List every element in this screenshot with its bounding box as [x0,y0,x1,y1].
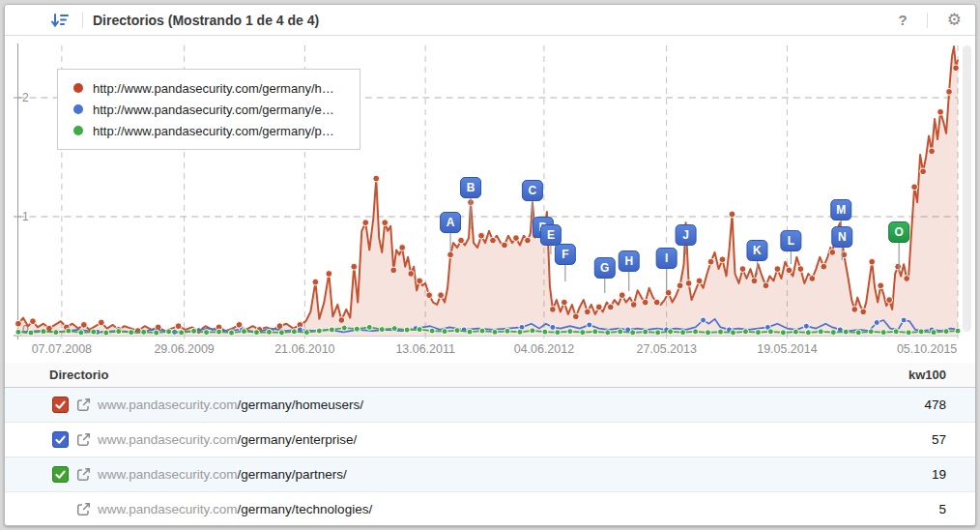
data-point [763,282,769,289]
data-point [467,329,473,335]
data-point [549,307,556,313]
data-point [767,329,773,335]
column-header-directorio[interactable]: Directorio [5,368,108,382]
data-point [513,235,520,242]
svg-text:E: E [547,228,555,242]
directory-path: /germany/enterprise/ [238,432,358,447]
event-marker-F[interactable]: F [555,245,575,282]
data-point [929,148,936,155]
directory-link[interactable]: www.pandasecurity.com/germany/partners/ [98,467,347,482]
legend-dot [73,104,83,114]
data-point [550,324,556,330]
data-point [931,330,937,336]
data-point [755,330,761,336]
data-point [685,280,692,287]
data-point [175,323,182,330]
external-link-icon[interactable] [76,432,91,447]
legend-label: http://www.pandasecurity.com/germany/h… [93,81,334,96]
event-marker-O[interactable]: O [889,222,909,273]
column-header-kw100[interactable]: kw100 [908,368,975,382]
data-point [542,329,548,335]
event-marker-I[interactable]: I [656,249,677,292]
data-point [851,307,858,313]
data-point [278,330,284,336]
data-point [630,302,637,309]
event-marker-H[interactable]: H [619,251,639,292]
help-button[interactable]: ? [889,12,917,28]
directories-panel: Directorios (Mostrando 1 de 4 de 4) ? ⚙ … [4,4,976,526]
chart-legend: http://www.pandasecurity.com/germany/h…h… [57,69,360,150]
directory-path: /germany/homeusers/ [238,398,364,412]
table-row[interactable]: www.pandasecurity.com/germany/enterprise… [5,423,975,457]
event-marker-B[interactable]: B [461,178,481,230]
directory-link[interactable]: www.pandasecurity.com/germany/homeusers/ [98,398,363,412]
sort-descending-button[interactable] [47,10,72,31]
data-point [417,327,422,333]
gear-icon[interactable]: ⚙ [937,12,964,28]
data-point [920,168,927,175]
directory-path: /germany/technologies/ [238,502,373,516]
data-point [797,266,804,273]
svg-text:F: F [562,248,568,261]
event-marker-G[interactable]: G [594,258,615,294]
y-axis-tick-label: 2 [22,91,29,104]
data-point [668,329,674,335]
external-link-icon[interactable] [76,398,91,412]
data-point [774,266,781,273]
data-point [580,330,586,336]
legend-item: http://www.pandasecurity.com/germany/h… [68,77,350,99]
data-point [893,329,899,335]
data-point [880,330,886,336]
legend-dot [73,126,83,135]
event-marker-J[interactable]: J [676,225,696,255]
data-point [426,292,433,299]
external-link-icon[interactable] [76,467,91,482]
data-point [429,328,435,334]
external-link-icon[interactable] [76,502,91,516]
row-checkbox-checked[interactable] [52,466,69,483]
data-point [567,329,573,335]
event-marker-M[interactable]: M [831,200,851,227]
legend-dot [73,83,83,93]
data-point [677,282,683,289]
data-point [886,297,893,304]
data-point [643,329,649,335]
data-point [179,330,185,336]
data-point [525,237,532,244]
table-row[interactable]: www.pandasecurity.com/germany/partners/ … [5,457,975,492]
svg-text:I: I [665,251,668,265]
data-point [216,329,222,335]
checkbox-cell [52,397,69,413]
table-row[interactable]: www.pandasecurity.com/germany/technologi… [5,492,975,526]
data-point [587,322,592,328]
data-point [80,322,87,329]
table-body: www.pandasecurity.com/germany/homeusers/… [5,388,975,526]
data-point [504,328,510,334]
data-point [78,330,84,336]
data-point [329,327,334,333]
panel-header: Directorios (Mostrando 1 de 4 de 4) ? ⚙ [5,5,975,36]
row-checkbox-checked[interactable] [52,431,69,448]
chart-scrollbar[interactable] [963,45,971,332]
checkbox-cell [52,466,69,483]
table-row[interactable]: www.pandasecurity.com/germany/homeusers/… [5,388,975,423]
data-point [780,330,786,336]
data-point [103,330,109,336]
data-point [66,328,72,334]
data-point [584,309,591,315]
data-point [53,330,59,336]
data-point [338,317,345,324]
legend-item: http://www.pandasecurity.com/germany/p… [68,120,350,141]
x-axis-tick-label: 04.06.2012 [514,342,574,356]
directory-link[interactable]: www.pandasecurity.com/germany/technologi… [98,502,372,516]
data-point [91,329,97,335]
directory-domain: www.pandasecurity.com [98,432,238,447]
data-point [946,89,953,96]
svg-text:K: K [753,244,762,257]
data-point [502,242,508,249]
kw100-value: 19 [932,467,975,482]
data-point [266,329,272,335]
data-point [379,327,385,333]
row-checkbox-checked[interactable] [52,397,69,413]
directory-link[interactable]: www.pandasecurity.com/germany/enterprise… [98,432,357,447]
